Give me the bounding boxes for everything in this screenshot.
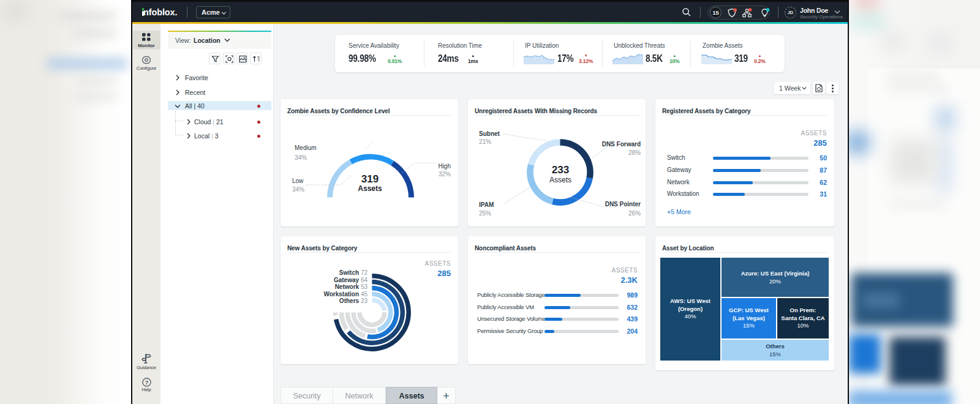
svg-text:?: ?	[145, 380, 148, 386]
